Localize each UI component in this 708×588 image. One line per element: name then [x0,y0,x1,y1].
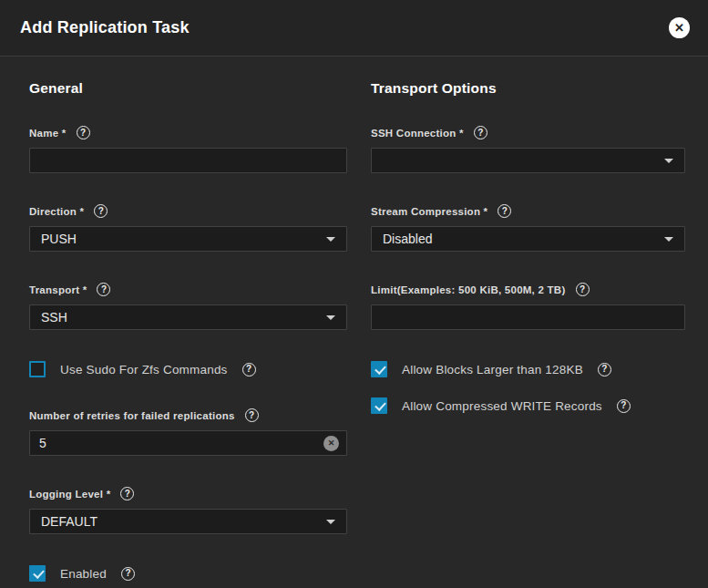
transport-options-section: Transport Options SSH Connection * ? Str… [371,80,685,582]
logging-level-label-row: Logging Level * ? [29,487,347,500]
ssh-connection-label: SSH Connection * [371,128,464,139]
enabled-checkbox-label: Enabled [60,567,107,581]
limit-field: Limit(Examples: 500 KiB, 500M, 2 TB) ? [371,283,685,330]
stream-compression-select[interactable]: Disabled [371,226,685,252]
help-icon[interactable]: ? [120,487,134,500]
general-section: General Name * ? Direction * ? PUSH [29,80,347,582]
question-mark-glyph: ? [502,207,508,216]
transport-field: Transport * ? SSH [29,283,347,330]
enabled-checkbox[interactable] [29,565,46,582]
large-blocks-checkbox[interactable] [371,361,387,377]
sudo-checkbox[interactable] [29,361,46,377]
help-icon[interactable]: ? [498,204,511,218]
name-field: Name * ? [29,126,347,173]
stream-compression-label-row: Stream Compression * ? [371,204,685,218]
logging-level-select[interactable]: DEFAULT [29,509,347,534]
direction-select[interactable]: PUSH [29,226,347,252]
compressed-write-checkbox[interactable] [371,397,387,414]
dropdown-arrow-icon [664,237,673,242]
clear-icon: ✕ [328,439,335,448]
section-heading-general: General [29,80,347,97]
help-icon[interactable]: ? [576,283,590,296]
question-mark-glyph: ? [98,207,104,216]
question-mark-glyph: ? [246,365,251,374]
compressed-write-checkbox-row: Allow Compressed WRITE Records ? [371,397,685,414]
sudo-checkbox-row: Use Sudo For Zfs Commands ? [29,361,347,377]
name-label: Name * [29,128,67,139]
enabled-checkbox-row: Enabled ? [29,565,347,582]
limit-label: Limit(Examples: 500 KiB, 500M, 2 TB) [371,284,566,295]
retries-field: Number of retries for failed replication… [29,408,347,456]
page-title: Add Replication Task [20,18,669,37]
stream-compression-select-value: Disabled [383,232,664,246]
dropdown-arrow-icon [326,520,335,524]
question-mark-glyph: ? [477,129,483,138]
ssh-connection-label-row: SSH Connection * ? [371,126,685,139]
retries-input[interactable] [29,430,347,456]
logging-level-field: Logging Level * ? DEFAULT [29,487,347,534]
question-mark-glyph: ? [580,285,585,294]
large-blocks-checkbox-label: Allow Blocks Larger than 128KB [402,363,583,377]
dialog-body: General Name * ? Direction * ? PUSH [0,57,708,588]
question-mark-glyph: ? [80,129,86,138]
add-replication-task-dialog: Add Replication Task ✕ General Name * ? … [0,0,708,588]
question-mark-glyph: ? [249,411,254,420]
retries-label: Number of retries for failed replication… [29,410,235,421]
transport-label: Transport * [29,284,87,295]
direction-field: Direction * ? PUSH [29,204,347,252]
help-icon[interactable]: ? [245,408,259,422]
help-icon[interactable]: ? [121,567,135,581]
dropdown-arrow-icon [326,315,335,320]
stream-compression-label: Stream Compression * [371,206,487,217]
transport-select-value: SSH [41,310,326,325]
ssh-connection-select[interactable] [371,148,685,173]
help-icon[interactable]: ? [242,363,256,377]
help-icon[interactable]: ? [617,399,631,413]
transport-select[interactable]: SSH [29,304,347,330]
section-heading-transport-options: Transport Options [371,80,685,97]
question-mark-glyph: ? [621,401,626,410]
compressed-write-checkbox-label: Allow Compressed WRITE Records [402,399,602,413]
direction-label-row: Direction * ? [29,204,347,218]
direction-select-value: PUSH [41,232,326,246]
close-button[interactable]: ✕ [669,17,690,38]
help-icon[interactable]: ? [97,283,110,296]
transport-label-row: Transport * ? [29,283,347,296]
name-label-row: Name * ? [29,126,347,139]
question-mark-glyph: ? [125,569,130,578]
limit-input[interactable] [371,304,685,330]
logging-level-label: Logging Level * [29,489,110,500]
question-mark-glyph: ? [601,365,607,374]
dropdown-arrow-icon [664,159,673,163]
sudo-checkbox-label: Use Sudo For Zfs Commands [60,363,228,377]
dialog-header: Add Replication Task ✕ [0,0,708,57]
ssh-connection-field: SSH Connection * ? [371,126,685,173]
question-mark-glyph: ? [125,490,130,499]
clear-button[interactable]: ✕ [323,436,339,451]
direction-label: Direction * [29,206,84,217]
help-icon[interactable]: ? [77,126,90,139]
stream-compression-field: Stream Compression * ? Disabled [371,204,685,252]
large-blocks-checkbox-row: Allow Blocks Larger than 128KB ? [371,361,685,377]
retries-label-row: Number of retries for failed replication… [29,408,347,422]
retries-input-wrap: ✕ [29,430,347,456]
help-icon[interactable]: ? [94,204,108,218]
dropdown-arrow-icon [326,237,335,242]
close-icon: ✕ [674,22,684,34]
logging-level-select-value: DEFAULT [41,514,326,529]
help-icon[interactable]: ? [474,126,487,139]
limit-label-row: Limit(Examples: 500 KiB, 500M, 2 TB) ? [371,283,685,296]
help-icon[interactable]: ? [598,363,611,377]
name-input[interactable] [29,148,347,173]
question-mark-glyph: ? [101,285,107,294]
